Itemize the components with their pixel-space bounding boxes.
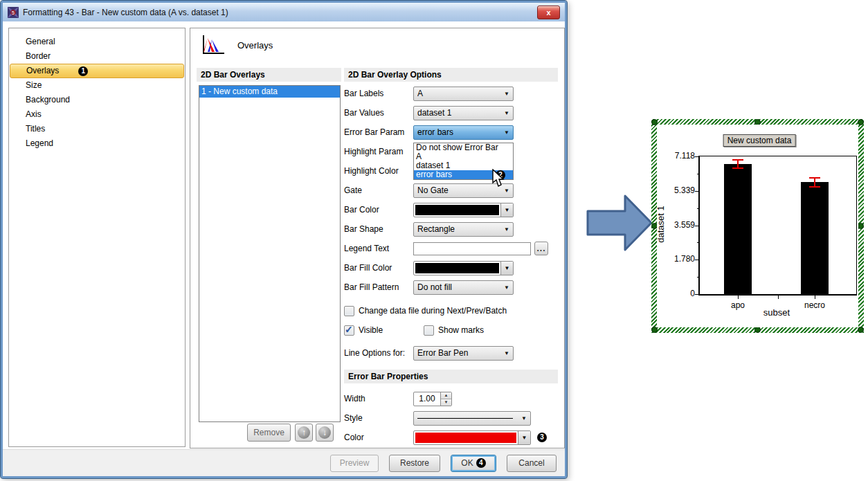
y-tick-label: 0 <box>660 289 695 298</box>
chevron-down-icon: ▼ <box>504 284 509 291</box>
chevron-down-icon[interactable]: ▼ <box>500 262 513 275</box>
error-bar-param-combo[interactable]: error bars ▼ <box>413 125 514 140</box>
chevron-down-icon[interactable]: ▼ <box>518 431 530 444</box>
x-tick <box>738 296 739 299</box>
window-title: Formatting 43 - Bar - New custom data (A… <box>23 8 228 17</box>
nav-item-border[interactable]: Border <box>9 49 185 64</box>
selection-handle-br[interactable] <box>858 327 864 333</box>
ok-button[interactable]: OK 4 <box>451 455 496 472</box>
move-down-button[interactable]: ↓ <box>316 424 334 442</box>
row-bar-shape: Bar Shape Rectangle ▼ <box>344 219 558 239</box>
close-button[interactable]: x <box>537 6 560 19</box>
nav-item-axis[interactable]: Axis <box>9 107 185 122</box>
chevron-down-icon: ▼ <box>521 415 527 421</box>
bar-shape-combo[interactable]: Rectangle ▼ <box>413 222 514 237</box>
x-axis-label: subset <box>749 307 804 318</box>
legend-text-more-button[interactable]: ... <box>534 242 548 255</box>
y-tick <box>695 191 700 192</box>
mouse-cursor <box>492 169 506 188</box>
bar-labels-combo[interactable]: A ▼ <box>413 87 514 101</box>
y-tick-label: 7.118 <box>660 151 695 161</box>
chart-object-selection[interactable]: New custom data dataset 1 aponecro01.780… <box>651 119 864 333</box>
bar-apo <box>724 164 752 294</box>
error-bar-color-swatch <box>415 433 516 443</box>
settings-nav: General Border Overlays 1 Size Backgroun… <box>8 28 186 447</box>
nav-item-legend[interactable]: Legend <box>9 136 185 151</box>
row-width: Width 1.00 ▲ ▼ <box>344 389 558 408</box>
preview-button[interactable]: Preview <box>330 455 379 472</box>
legend-text-input[interactable] <box>413 242 531 255</box>
nav-item-general[interactable]: General <box>9 35 185 49</box>
svg-text:5: 5 <box>12 10 15 15</box>
nav-item-titles[interactable]: Titles <box>9 122 185 136</box>
formatting-dialog: 5 Formatting 43 - Bar - New custom data … <box>1 1 567 478</box>
width-spinner[interactable]: 1.00 ▲ ▼ <box>413 392 452 406</box>
result-arrow <box>586 191 653 255</box>
y-minor-tick <box>697 208 700 209</box>
title-bar[interactable]: 5 Formatting 43 - Bar - New custom data … <box>3 3 565 21</box>
line-options-combo[interactable]: Error Bar Pen ▼ <box>413 346 514 361</box>
bar-chart-preview: New custom data dataset 1 aponecro01.780… <box>657 125 858 327</box>
overlay-listbox[interactable]: 1 - New custom data <box>199 85 341 422</box>
y-tick <box>695 156 700 157</box>
selection-handle-mr[interactable] <box>858 223 864 229</box>
overlay-list-item[interactable]: 1 - New custom data <box>199 86 340 98</box>
move-up-button[interactable]: ↑ <box>295 424 313 442</box>
chevron-down-icon: ▼ <box>504 91 509 97</box>
remove-button[interactable]: Remove <box>247 424 291 442</box>
spin-down-icon[interactable]: ▼ <box>441 399 451 406</box>
step-badge-3: 3 <box>537 433 547 442</box>
spin-up-icon[interactable]: ▲ <box>441 392 451 399</box>
line-style-preview <box>417 418 513 419</box>
restore-button[interactable]: Restore <box>389 455 440 472</box>
app-icon: 5 <box>8 7 19 18</box>
x-tick <box>778 296 779 299</box>
row-change-data-file: Change data file during Next/Prev/Batch <box>344 301 558 320</box>
bar-values-combo[interactable]: dataset 1 ▼ <box>413 106 514 120</box>
change-data-file-checkbox[interactable] <box>344 306 354 316</box>
row-line-options: Line Options for: Error Bar Pen ▼ <box>344 343 558 363</box>
chevron-down-icon[interactable]: ▼ <box>500 203 513 217</box>
bar-color-combo[interactable]: ▼ <box>413 203 514 217</box>
y-minor-tick <box>697 277 700 278</box>
show-marks-checkbox[interactable] <box>424 325 434 336</box>
panel-title: Overlays <box>237 40 273 51</box>
dropdown-option[interactable]: Do not show Error Bar <box>414 143 513 152</box>
chevron-down-icon: ▼ <box>504 110 509 116</box>
overlays-chart-icon <box>201 34 226 56</box>
step-badge-4: 4 <box>476 458 486 468</box>
row-bar-fill-pattern: Bar Fill Pattern Do not fill ▼ <box>344 278 558 297</box>
overlay-options-header: 2D Bar Overlay Options <box>344 68 558 82</box>
bar-necro <box>801 182 829 294</box>
row-style: Style ▼ <box>344 408 558 428</box>
selection-handle-bl[interactable] <box>651 327 658 333</box>
selection-handle-bm[interactable] <box>754 327 761 333</box>
error-bar-color-combo[interactable]: ▼ <box>413 430 531 445</box>
style-combo[interactable]: ▼ <box>413 411 531 426</box>
y-tick-label: 3.559 <box>660 220 695 230</box>
row-visible-marks: Visible Show marks <box>344 320 558 340</box>
y-tick <box>695 226 700 226</box>
error-bar-apo <box>732 159 743 169</box>
dialog-footer: Preview Restore OK 4 Cancel <box>3 449 565 476</box>
bar-fill-pattern-combo[interactable]: Do not fill ▼ <box>413 280 514 295</box>
x-tick <box>815 296 815 299</box>
selection-handle-tr[interactable] <box>858 119 864 125</box>
row-bar-fill-color: Bar Fill Color ▼ <box>344 258 558 278</box>
nav-item-background[interactable]: Background <box>9 93 185 107</box>
row-gate: Gate No Gate ▼ <box>344 181 558 200</box>
error-bar-props-header: Error Bar Properties <box>344 370 558 383</box>
y-tick <box>695 260 700 260</box>
chevron-down-icon: ▼ <box>504 226 509 233</box>
overlay-list-header: 2D Bar Overlays <box>197 68 341 82</box>
panel-header: Overlays <box>201 34 273 56</box>
bar-fill-color-combo[interactable]: ▼ <box>413 261 514 275</box>
cancel-button[interactable]: Cancel <box>507 455 557 472</box>
row-legend-text: Legend Text ... <box>344 239 558 258</box>
step-badge-1: 1 <box>78 66 88 76</box>
nav-item-overlays[interactable]: Overlays 1 <box>10 64 184 78</box>
y-tick-label: 5.339 <box>660 185 695 195</box>
visible-checkbox[interactable] <box>344 325 354 336</box>
chart-title-box[interactable]: New custom data <box>723 134 796 147</box>
nav-item-size[interactable]: Size <box>9 78 185 93</box>
